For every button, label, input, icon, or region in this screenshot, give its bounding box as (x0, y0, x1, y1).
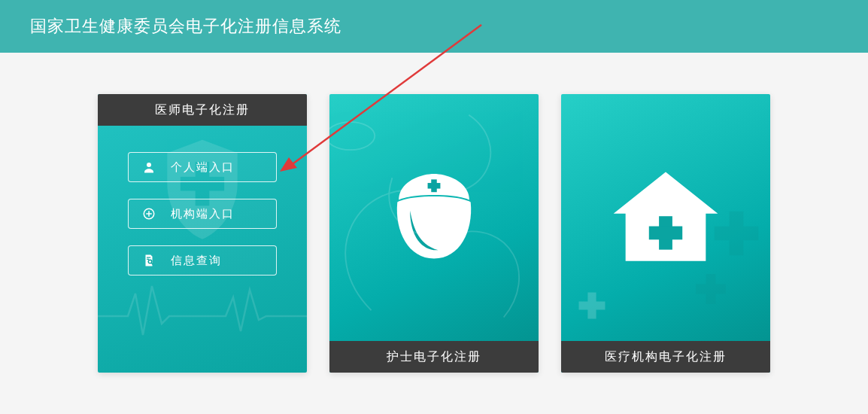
info-query-button[interactable]: 信息查询 (128, 245, 277, 275)
hospital-house-icon (605, 161, 726, 274)
medical-cross-icon (142, 207, 156, 221)
app-header: 国家卫生健康委员会电子化注册信息系统 (0, 0, 868, 53)
svg-rect-9 (147, 259, 149, 260)
ecg-line-icon (98, 279, 307, 346)
info-query-label: 信息查询 (171, 254, 222, 268)
plus-decoration-icon (576, 290, 608, 321)
org-entry-button[interactable]: 机构端入口 (128, 199, 277, 229)
card-nurse-body (329, 94, 539, 341)
card-doctor-body: 个人端入口 机构端入口 信息查询 (98, 126, 307, 275)
card-institution-body (561, 94, 770, 341)
plus-decoration-icon (693, 271, 729, 307)
personal-entry-button[interactable]: 个人端入口 (128, 152, 277, 182)
card-nurse-title: 护士电子化注册 (329, 341, 539, 373)
card-institution-registration[interactable]: 医疗机构电子化注册 (561, 94, 770, 373)
svg-rect-14 (649, 227, 682, 240)
card-doctor-title: 医师电子化注册 (98, 94, 307, 126)
personal-entry-label: 个人端入口 (171, 160, 235, 175)
card-doctor-registration: 医师电子化注册 个人端入口 机构端入口 (98, 94, 307, 373)
main-content: 医师电子化注册 个人端入口 机构端入口 (0, 53, 868, 373)
document-search-icon (142, 254, 156, 267)
svg-rect-12 (428, 183, 441, 189)
svg-rect-8 (147, 257, 150, 258)
svg-point-10 (329, 122, 375, 150)
org-entry-label: 机构端入口 (171, 207, 235, 221)
card-nurse-registration[interactable]: 护士电子化注册 (329, 94, 539, 373)
plus-decoration-icon (710, 207, 763, 260)
user-icon (142, 160, 156, 174)
app-title: 国家卫生健康委员会电子化注册信息系统 (30, 15, 341, 38)
nurse-cap-icon (378, 161, 490, 274)
card-institution-title: 医疗机构电子化注册 (561, 341, 770, 373)
svg-point-2 (147, 163, 151, 167)
